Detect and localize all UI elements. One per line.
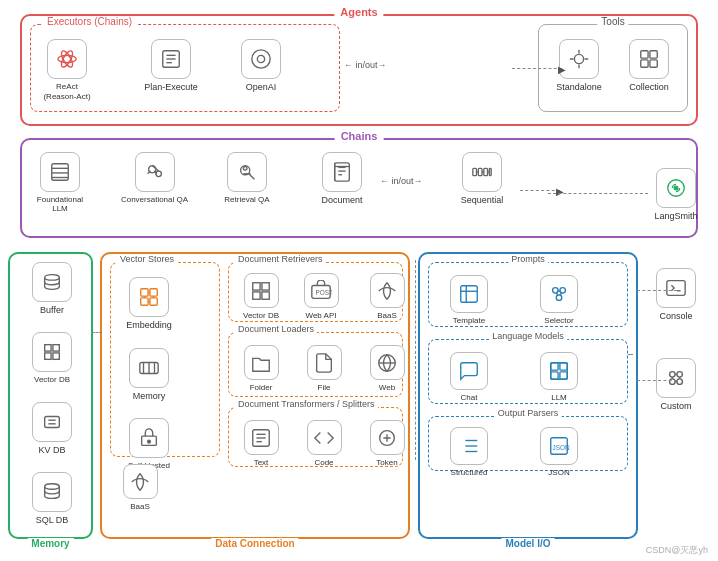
selfhosted-icon <box>129 418 169 458</box>
conv-qa-node: Conversational QA <box>117 152 192 204</box>
standalone-label: Standalone <box>556 82 602 92</box>
collection-label: Collection <box>629 82 669 92</box>
template-node: Template <box>439 275 499 325</box>
custom-icon <box>656 358 696 398</box>
json-node: JSON JSON <box>529 427 589 477</box>
collection-node: Collection <box>619 39 679 92</box>
doctransformers-label: Document Transformers / Splitters <box>235 399 378 409</box>
code-icon <box>307 420 342 455</box>
tools-label: Tools <box>597 16 628 27</box>
web-label: Web <box>379 383 395 392</box>
docloaders-label: Document Loaders <box>235 324 317 334</box>
file-node: File <box>294 345 354 392</box>
agents-arrow-right <box>512 68 562 69</box>
embedding-icon <box>129 277 169 317</box>
vectordb-dr-node: Vector DB <box>231 273 291 320</box>
custom-node: Custom <box>642 358 710 411</box>
template-label: Template <box>453 316 485 325</box>
kvdb-node: KV DB <box>22 402 82 455</box>
vectordb-mem-node: Vector DB <box>22 332 82 384</box>
sqldb-node: SQL DB <box>22 472 82 525</box>
foundational-llm-label: Foundational LLM <box>30 195 90 213</box>
svg-point-43 <box>677 372 683 378</box>
executors-box: Executors (Chains) ReAct(Reason-Act) <box>30 24 340 112</box>
svg-rect-52 <box>53 345 59 351</box>
web-node: Web <box>357 345 417 392</box>
token-label: Token <box>376 458 397 467</box>
buffer-icon <box>32 262 72 302</box>
sqldb-icon <box>32 472 72 512</box>
selector-icon <box>540 275 578 313</box>
code-label: Code <box>314 458 333 467</box>
baas-loader-label: BaaS <box>130 502 150 511</box>
prompts-label: Prompts <box>508 254 548 264</box>
web-icon <box>370 345 405 380</box>
modelio-arrow <box>628 354 633 355</box>
data-connection-section: Data Connection Vector Stores <box>100 252 410 539</box>
webapi-icon: POST <box>304 273 339 308</box>
structured-node: Structured <box>439 427 499 477</box>
plan-execute-label: Plan-Execute <box>144 82 198 92</box>
chains-dashed-tip: ▶ <box>556 186 564 197</box>
structured-label: Structured <box>451 468 488 477</box>
svg-point-58 <box>45 484 60 490</box>
svg-rect-73 <box>253 282 260 289</box>
svg-rect-60 <box>150 289 157 296</box>
svg-rect-62 <box>150 298 157 305</box>
svg-point-39 <box>674 186 678 190</box>
baas-loader-icon <box>123 464 158 499</box>
svg-point-45 <box>677 379 683 385</box>
chains-label: Chains <box>335 130 384 142</box>
embedding-node: Embedding <box>119 277 179 330</box>
kvdb-label: KV DB <box>38 445 65 455</box>
memory-vs-node: Memory <box>119 348 179 401</box>
conv-qa-icon <box>135 152 175 192</box>
llm-icon <box>540 352 578 390</box>
conv-qa-label: Conversational QA <box>121 195 188 204</box>
json-icon: JSON <box>540 427 578 465</box>
chains-inout: ← in/out→ <box>380 176 423 186</box>
memory-section: Memory Buffer Vector <box>8 252 93 539</box>
svg-rect-61 <box>141 298 148 305</box>
agents-section: Agents Executors (Chains) ReAct(Reason-A… <box>20 14 698 126</box>
react-label: ReAct(Reason-Act) <box>43 82 90 101</box>
langsmith-label: LangSmith <box>654 211 697 221</box>
console-label: Console <box>659 311 692 321</box>
collection-icon <box>629 39 669 79</box>
folder-node: Folder <box>231 345 291 392</box>
kvdb-icon <box>32 402 72 442</box>
prompts-box: Prompts Template <box>428 262 628 327</box>
svg-rect-97 <box>551 372 558 379</box>
folder-icon <box>244 345 279 380</box>
svg-point-42 <box>670 372 676 378</box>
mio-custom-arrow <box>637 380 677 381</box>
json-label: JSON <box>548 468 569 477</box>
watermark: CSDN@灭恶yh <box>646 544 708 557</box>
memory-label: Memory <box>27 538 73 549</box>
svg-rect-55 <box>45 417 60 428</box>
svg-rect-94 <box>551 363 568 380</box>
svg-rect-51 <box>45 345 51 351</box>
svg-line-20 <box>147 171 150 174</box>
chat-icon <box>450 352 488 390</box>
svg-point-72 <box>148 440 151 443</box>
svg-rect-85 <box>461 286 478 303</box>
svg-rect-95 <box>551 363 558 370</box>
svg-rect-35 <box>489 168 491 175</box>
retrieval-qa-label: Retrieval QA <box>224 195 269 204</box>
embedding-label: Embedding <box>126 320 172 330</box>
llm-node: LLM <box>529 352 589 402</box>
document-icon <box>322 152 362 192</box>
svg-rect-26 <box>335 163 350 181</box>
custom-label: Custom <box>660 401 691 411</box>
file-label: File <box>318 383 331 392</box>
baas-loader-node: BaaS <box>110 464 170 511</box>
svg-point-8 <box>574 54 583 63</box>
sqldb-label: SQL DB <box>36 515 69 525</box>
svg-rect-33 <box>478 168 482 175</box>
outparsers-label: Output Parsers <box>495 408 562 418</box>
token-icon <box>370 420 405 455</box>
baas-retrieve-node: BaaS <box>357 273 417 320</box>
webapi-label: Web API <box>306 311 337 320</box>
dc-mio-vert <box>415 260 416 460</box>
